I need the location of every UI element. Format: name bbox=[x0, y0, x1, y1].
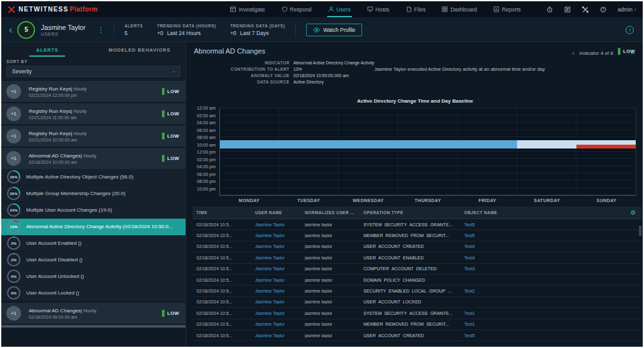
object-link[interactable]: Test1 bbox=[464, 311, 475, 315]
cell-user-name: Jasmine Taylor bbox=[251, 222, 301, 227]
alert-time: 02/21/2024 11:00:00 am bbox=[29, 115, 87, 120]
user-link[interactable]: Jasmine Taylor bbox=[255, 289, 285, 293]
column-header-object-name[interactable]: OBJECT NAME bbox=[460, 210, 625, 215]
indicator-item[interactable]: 24% Multiple User Account Changes (19.0) bbox=[1, 202, 186, 219]
detail-title: Abnormal AD Changes bbox=[194, 47, 265, 55]
nav-item-users[interactable]: Users bbox=[328, 1, 351, 17]
nav-item-dashboard[interactable]: Dashboard bbox=[442, 1, 477, 17]
object-link[interactable]: Test1 bbox=[464, 322, 475, 326]
user-link[interactable]: Jasmine Taylor bbox=[255, 278, 285, 282]
table-row[interactable]: 02/18/2024 10:5... Jasmine Taylor jasmin… bbox=[193, 275, 641, 286]
table-row[interactable]: 02/18/2024 10:5... Jasmine Taylor jasmin… bbox=[193, 264, 641, 275]
sort-select[interactable]: Severity › bbox=[6, 66, 180, 77]
table-row[interactable]: 02/18/2024 10:5... Jasmine Taylor jasmin… bbox=[193, 286, 641, 296]
user-link[interactable]: Jasmine Taylor bbox=[255, 222, 285, 227]
indicator-item[interactable]: 26% Multiple Group Membership Changes (2… bbox=[1, 185, 186, 202]
horizontal-scrollbar[interactable] bbox=[1, 325, 186, 328]
table-row[interactable]: 02/18/2024 10:5... Jasmine Taylor jasmin… bbox=[193, 252, 641, 263]
vertical-scrollbar[interactable] bbox=[639, 226, 641, 236]
chart-y-tick: 12:00 am bbox=[197, 106, 216, 110]
nav-item-respond[interactable]: Respond bbox=[282, 1, 312, 17]
kebab-menu-icon[interactable]: ⋮ bbox=[97, 25, 105, 34]
indicator-item[interactable]: 0% User Account Locked () bbox=[1, 285, 186, 301]
indicator-label: Multiple Active Directory Object Changes… bbox=[26, 174, 133, 180]
user-link[interactable]: Jasmine Taylor bbox=[255, 256, 285, 260]
nav-label: Respond bbox=[290, 6, 312, 13]
watch-profile-button[interactable]: Watch Profile bbox=[306, 24, 362, 36]
alert-card[interactable]: +1 Registry Run Keys| Hourly 02/21/2024 … bbox=[1, 81, 186, 102]
dashboard-grid-icon bbox=[442, 6, 448, 12]
nav-item-files[interactable]: Files bbox=[406, 1, 426, 17]
table-row[interactable]: 02/18/2024 10:5... Jasmine Taylor jasmin… bbox=[193, 319, 641, 330]
back-chevron-icon[interactable]: ‹ bbox=[9, 25, 12, 35]
tab-alerts[interactable]: ALERTS bbox=[1, 42, 94, 57]
nav-item-hosts[interactable]: Hosts bbox=[367, 1, 390, 17]
jobs-clock-icon[interactable] bbox=[546, 6, 553, 13]
user-link[interactable]: Jasmine Taylor bbox=[255, 233, 285, 238]
nav-item-investigate[interactable]: Investigate bbox=[230, 1, 265, 17]
object-link[interactable]: Test3 bbox=[464, 266, 475, 271]
field-label: DATA SOURCE bbox=[194, 80, 289, 84]
nav-item-reports[interactable]: Reports bbox=[494, 1, 521, 17]
column-header-user-name[interactable]: USER NAME bbox=[251, 210, 301, 215]
nav-label: Reports bbox=[502, 6, 521, 13]
alert-card[interactable]: +1 Registry Run Keys| Hourly 02/21/2024 … bbox=[1, 103, 186, 124]
nav-right-icons: admin › bbox=[546, 6, 636, 13]
object-link[interactable]: Test5 bbox=[464, 333, 475, 338]
alert-card[interactable]: +1 Registry Run Keys| Hourly 02/21/2024 … bbox=[1, 126, 186, 147]
chart-y-axis: 12:00 am02:00 am04:00 am06:00 am08:00 am… bbox=[194, 108, 219, 196]
alert-card[interactable]: +1 Abnormal AD Changes| Hourly 02/18/202… bbox=[1, 303, 186, 324]
object-link[interactable]: Test2 bbox=[464, 289, 475, 293]
object-link[interactable]: Test4 bbox=[464, 244, 475, 249]
cell-object-name: Test2 bbox=[460, 289, 625, 293]
settings-tools-icon[interactable] bbox=[582, 6, 589, 13]
alert-title: Abnormal AD Changes| Hourly bbox=[29, 308, 96, 314]
indicator-item[interactable]: 2% User Account Disabled () bbox=[1, 252, 186, 268]
object-link[interactable]: Test5 bbox=[464, 222, 475, 227]
user-link[interactable]: Jasmine Taylor bbox=[255, 311, 285, 315]
user-link[interactable]: Jasmine Taylor bbox=[255, 266, 285, 271]
indicator-item[interactable]: 29% Multiple Active Directory Object Cha… bbox=[1, 169, 186, 185]
user-link[interactable]: Jasmine Taylor bbox=[255, 333, 285, 338]
report-icon bbox=[494, 6, 499, 12]
object-link[interactable]: Test5 bbox=[464, 233, 475, 238]
brand-logo[interactable]: NETWITNESS Platform bbox=[8, 6, 98, 13]
column-header-normalized-user[interactable]: NORMALIZED USER ... bbox=[301, 210, 360, 215]
field-label: ANOMALY VALUE bbox=[194, 73, 289, 78]
indicator-item[interactable]: 2% User Account Enabled () bbox=[1, 235, 186, 252]
field-label: CONTRIBUTION TO ALERT bbox=[194, 67, 289, 71]
severity-badge: LOW bbox=[162, 155, 179, 162]
user-link[interactable]: Jasmine Taylor bbox=[255, 300, 285, 304]
pager-prev-icon[interactable]: ‹ bbox=[572, 50, 574, 57]
user-link[interactable]: Jasmine Taylor bbox=[255, 244, 285, 249]
severity-bar bbox=[162, 133, 165, 140]
risk-score-badge[interactable]: 5 bbox=[17, 21, 35, 39]
indicator-label: User Account Enabled () bbox=[26, 240, 82, 246]
entity-type: USERS bbox=[41, 32, 85, 36]
column-header-operation-type[interactable]: OPERATION TYPE bbox=[360, 210, 460, 215]
table-row[interactable]: 02/18/2024 10:5... Jasmine Taylor jasmin… bbox=[193, 219, 641, 230]
close-icon[interactable]: × bbox=[631, 48, 635, 57]
indicator-detail-panel: Abnormal AD Changes LOW ‹ Indicator 4 of… bbox=[186, 42, 643, 347]
brand-product: Platform bbox=[70, 6, 98, 13]
indicator-item-selected[interactable]: 13% Abnormal Active Directory Change Act… bbox=[1, 219, 186, 235]
cell-operation-type: MEMBER_REMOVED_FROM_SECURIT... bbox=[360, 322, 460, 326]
object-link[interactable]: Test4 bbox=[464, 256, 475, 260]
table-row[interactable]: 02/18/2024 10:5... Jasmine Taylor jasmin… bbox=[193, 242, 641, 252]
column-header-time[interactable]: TIME bbox=[193, 210, 251, 215]
top-nav: NETWITNESS Platform Investigate Respond … bbox=[1, 1, 643, 18]
user-link[interactable]: Jasmine Taylor bbox=[255, 322, 285, 326]
alert-card-expanded[interactable]: +1 Abnormal AD Changes| Hourly 02/18/202… bbox=[1, 148, 186, 169]
table-row[interactable]: 02/18/2024 10:5... Jasmine Taylor jasmin… bbox=[193, 330, 641, 341]
pager-next-icon[interactable]: › bbox=[618, 50, 620, 57]
tab-modeled-behaviors[interactable]: MODELED BEHAVIORS bbox=[94, 42, 186, 57]
help-icon[interactable] bbox=[600, 6, 606, 13]
indicator-item[interactable]: 0% User Account Unlocked () bbox=[1, 268, 186, 285]
table-row[interactable]: 02/18/2024 10:5... Jasmine Taylor jasmin… bbox=[193, 308, 641, 319]
table-row[interactable]: 02/18/2024 10:5... Jasmine Taylor jasmin… bbox=[193, 230, 641, 241]
admin-menu[interactable]: admin › bbox=[618, 6, 636, 13]
context-help-icon[interactable]: ? bbox=[626, 25, 634, 34]
table-settings-gear-icon[interactable]: ⚙ bbox=[625, 209, 641, 216]
table-row[interactable]: 02/18/2024 10:5... Jasmine Taylor jasmin… bbox=[193, 297, 641, 308]
notifications-icon[interactable] bbox=[564, 6, 571, 13]
